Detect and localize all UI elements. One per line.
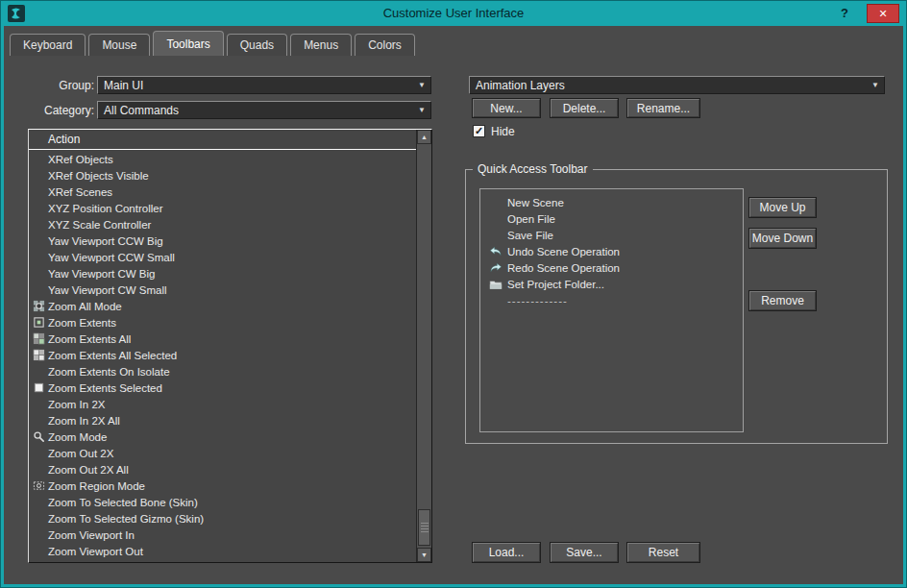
action-row[interactable]: Zoom To Selected Bone (Skin) [29,494,416,510]
icon-slot [32,365,46,379]
reset-button[interactable]: Reset [626,542,700,563]
action-row[interactable]: Yaw Viewport CW Big [29,265,416,282]
tab-menus[interactable]: Menus [290,34,352,56]
action-label: XRef Objects [48,154,113,165]
action-label: Zoom Out 2X All [48,464,129,476]
toolbar-dropdown[interactable]: Animation Layers ▼ [469,76,885,94]
redo-icon [488,261,503,275]
action-row[interactable]: XYZ Scale Controller [29,216,416,233]
action-label: Zoom To Selected Bone (Skin) [48,497,198,508]
action-list-header[interactable]: Action [29,130,416,150]
zoom-mode-icon [32,430,46,444]
action-row[interactable]: Yaw Viewport CCW Big [29,233,416,249]
rename-button[interactable]: Rename... [626,98,700,118]
action-row[interactable]: Zoom Viewport In [29,527,416,543]
action-label: Zoom Extents All [48,333,131,345]
icon-slot [488,212,503,226]
quick-access-item[interactable]: Undo Scene Operation [480,243,743,259]
quick-access-item[interactable]: Set Project Folder... [480,276,743,292]
action-list-scrollbar[interactable]: ▲ ▼ [416,130,431,562]
action-label: XYZ Position Controller [48,203,163,214]
scroll-down-button[interactable]: ▼ [417,548,431,562]
icon-slot [32,267,46,281]
tab-colors[interactable]: Colors [355,34,415,56]
action-row[interactable]: Zoom Mode [29,429,416,445]
action-row[interactable]: XYZ Position Controller [29,200,416,216]
zoom-extents-selected-icon [32,381,46,395]
move-down-button[interactable]: Move Down [748,228,817,249]
icon-slot [488,229,503,242]
move-up-button[interactable]: Move Up [748,197,817,218]
icon-slot [32,283,46,297]
close-button[interactable]: ✕ [867,4,899,23]
zoom-all-mode-icon [32,300,46,313]
scrollbar-thumb[interactable] [418,509,430,546]
icon-slot [32,218,46,232]
tab-quads[interactable]: Quads [227,34,287,56]
quick-access-label: New Scene [507,197,564,208]
category-label: Category: [12,104,94,117]
toolbar-dropdown-value: Animation Layers [470,79,867,92]
action-label: Zoom In 2X [48,399,105,410]
quick-access-group-title: Quick Access Toolbar [473,162,593,176]
quick-access-item[interactable]: Open File [480,210,743,227]
quick-access-label: Set Project Folder... [507,279,604,290]
action-row[interactable]: Yaw Viewport CCW Small [29,249,416,265]
action-row[interactable]: Zoom Extents Selected [29,380,416,396]
titlebar[interactable]: Customize User Interface ? ✕ [1,1,906,26]
action-row[interactable]: Zoom All Mode [29,298,416,314]
action-row[interactable]: Zoom Extents All [29,331,416,347]
action-list[interactable]: Action XRef ObjectsXRef Objects VisibleX… [28,129,432,563]
chevron-down-icon: ▼ [413,106,430,114]
quick-access-item[interactable]: New Scene [480,194,743,210]
action-row[interactable]: Zoom Extents [29,314,416,331]
quick-access-item[interactable]: Save File [480,227,743,243]
action-row[interactable]: XRef Objects [29,151,416,167]
action-label: Zoom Region Mode [48,480,145,492]
action-row[interactable]: Zoom Extents All Selected [29,347,416,363]
tab-bar: KeyboardMouseToolbarsQuadsMenusColors [10,31,415,56]
action-row[interactable]: Zoom Out 2X [29,445,416,461]
action-label: Zoom Viewport In [48,529,135,541]
action-label: XYZ Scale Controller [48,219,151,231]
action-row[interactable]: Zoom Viewport Out [29,543,416,559]
icon-slot [32,512,46,526]
action-row[interactable]: XRef Scenes [29,184,416,200]
action-label: Yaw Viewport CCW Big [48,235,163,247]
icon-slot [32,398,46,411]
action-row[interactable]: Zoom In 2X [29,396,416,412]
action-row[interactable]: Zoom In 2X All [29,412,416,429]
action-row[interactable]: Zoom Region Mode [29,478,416,494]
action-row[interactable]: XRef Objects Visible [29,167,416,184]
icon-slot [32,496,46,509]
action-row[interactable]: Zoom Out 2X All [29,461,416,478]
tab-keyboard[interactable]: Keyboard [10,34,86,56]
help-button[interactable]: ? [833,5,856,22]
quick-access-label: Undo Scene Operation [507,246,620,257]
remove-button[interactable]: Remove [748,290,817,311]
load-button[interactable]: Load... [472,542,541,563]
action-row[interactable]: Yaw Viewport CW Small [29,282,416,298]
group-dropdown[interactable]: Main UI ▼ [97,76,431,94]
delete-button[interactable]: Delete... [550,98,619,118]
icon-slot [32,234,46,248]
save-button[interactable]: Save... [550,542,619,563]
action-label: Zoom In 2X All [48,415,120,427]
quick-access-list[interactable]: New SceneOpen FileSave FileUndo Scene Op… [479,188,744,432]
chevron-down-icon: ▼ [867,81,884,89]
action-label: Zoom All Mode [48,301,122,312]
quick-access-label: Redo Scene Operation [507,262,620,274]
tab-toolbars[interactable]: Toolbars [153,31,223,56]
action-row[interactable]: Zoom Extents On Isolate [29,363,416,380]
quick-access-divider[interactable]: ------------- [480,292,743,308]
category-dropdown[interactable]: All Commands ▼ [97,101,431,119]
tab-mouse[interactable]: Mouse [88,34,150,56]
icon-slot [32,169,46,183]
action-row[interactable]: Zoom To Selected Gizmo (Skin) [29,510,416,527]
scroll-up-button[interactable]: ▲ [417,130,431,144]
hide-checkbox-label: Hide [491,125,515,138]
action-label: Zoom To Selected Gizmo (Skin) [48,513,204,525]
quick-access-item[interactable]: Redo Scene Operation [480,259,743,276]
new-button[interactable]: New... [472,98,541,118]
hide-checkbox[interactable]: ✓ [473,125,485,137]
